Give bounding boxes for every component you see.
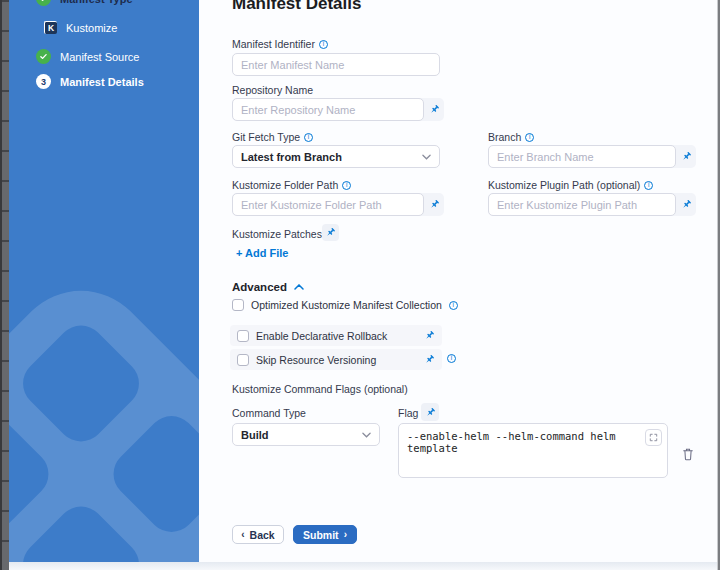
info-icon[interactable] [342,181,351,190]
back-button[interactable]: ‹ Back [232,525,284,544]
runtime-input-pin-icon[interactable] [421,403,439,421]
manifest-wizard-modal: Manifest Type K Kustomize Manifest Sourc… [0,0,720,570]
runtime-input-pin-icon[interactable] [424,199,444,210]
manifest-identifier-label: Manifest Identifier [232,38,328,50]
kustomize-plugin-path-label: Kustomize Plugin Path (optional) [488,179,653,191]
kustomize-patches-label: Kustomize Patches [232,228,335,240]
command-type-select[interactable]: Build [232,423,380,446]
manifest-identifier-input[interactable] [232,53,440,76]
optimized-collection-row: Optimized Kustomize Manifest Collection [232,299,458,311]
optimized-collection-checkbox[interactable] [232,299,244,311]
step-label: Manifest Source [60,51,139,63]
chevron-down-icon [362,432,371,438]
step-manifest-type[interactable]: Manifest Type [36,0,133,6]
flag-label: Flag [398,407,418,419]
branch-label: Branch [488,131,534,143]
kustomize-folder-path-label: Kustomize Folder Path [232,179,351,191]
repository-name-field [232,98,444,121]
step-label: Manifest Details [60,76,144,88]
info-icon[interactable] [447,354,456,363]
info-icon[interactable] [449,301,458,310]
repository-name-input[interactable] [232,98,424,121]
kustomize-k-icon: K [44,21,57,34]
check-icon [36,0,51,6]
chevron-right-icon: › [344,530,347,540]
runtime-input-pin-icon[interactable] [424,330,435,341]
step-label: Manifest Type [60,0,133,5]
git-fetch-type-select[interactable]: Latest from Branch [232,145,440,168]
skip-resource-versioning-checkbox[interactable] [237,354,249,366]
kustomize-plugin-path-input[interactable] [488,193,676,216]
dimmed-page-edge [0,0,9,570]
info-icon[interactable] [525,133,534,142]
chevron-down-icon [422,154,431,160]
chevron-up-icon [294,284,304,290]
kustomize-plugin-path-field [488,193,696,216]
runtime-input-pin-icon[interactable] [424,104,444,115]
kustomize-folder-path-input[interactable] [232,193,424,216]
expand-editor-icon[interactable] [645,429,662,446]
step-label: Kustomize [66,22,117,34]
chevron-left-icon: ‹ [241,530,244,540]
info-icon[interactable] [304,133,313,142]
flag-value-textarea[interactable]: --enable-helm --helm-command helm templa… [398,423,668,478]
manifest-details-panel: Manifest Details Manifest Identifier Rep… [199,0,717,562]
skip-resource-versioning-row: Skip Resource Versioning [230,349,442,370]
runtime-input-pin-icon[interactable] [424,354,435,365]
branch-input[interactable] [488,145,676,168]
page-title: Manifest Details [232,0,361,14]
runtime-input-pin-icon[interactable] [322,224,339,241]
step-substep-kustomize[interactable]: K Kustomize [44,21,117,34]
info-icon[interactable] [319,40,328,49]
step-manifest-details-active[interactable]: 3 Manifest Details [36,74,144,89]
add-file-link[interactable]: + Add File [236,247,288,259]
step-manifest-source[interactable]: Manifest Source [36,49,139,64]
declarative-rollback-checkbox[interactable] [237,330,249,342]
wizard-steps-sidebar: Manifest Type K Kustomize Manifest Sourc… [9,0,199,562]
declarative-rollback-row: Enable Declarative Rollback [230,325,442,346]
kustomize-folder-path-field [232,193,444,216]
branch-field [488,145,696,168]
trash-icon[interactable] [682,447,694,461]
step-number-badge: 3 [36,74,51,89]
git-fetch-type-label: Git Fetch Type [232,131,313,143]
harness-logo-watermark [9,262,199,562]
info-icon[interactable] [644,181,653,190]
command-type-label: Command Type [232,407,306,419]
runtime-input-pin-icon[interactable] [676,151,696,162]
runtime-input-pin-icon[interactable] [676,199,696,210]
command-flags-section-label: Kustomize Command Flags (optional) [232,383,408,395]
repository-name-label: Repository Name [232,84,313,96]
submit-button[interactable]: Submit › [293,525,357,544]
check-icon [36,49,51,64]
modal-bottom-edge [9,562,717,570]
advanced-section-toggle[interactable]: Advanced [232,281,304,293]
